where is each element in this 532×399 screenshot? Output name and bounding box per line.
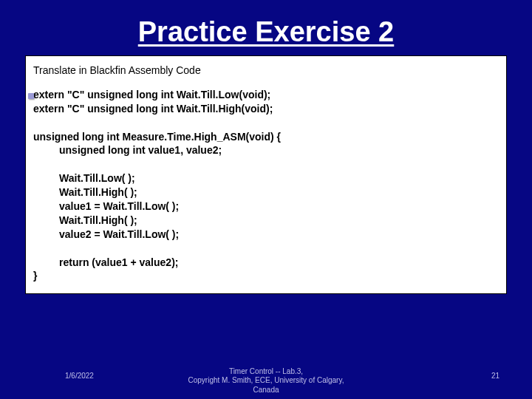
footer: 1/6/2022 Timer Control -- Lab.3, Copyrig… [0,367,532,395]
instruction-text: Translate in Blackfin Assembly Code [33,64,499,78]
bullet-icon [28,93,34,99]
footer-line1: Timer Control -- Lab.3, [229,367,303,375]
content-box: Translate in Blackfin Assembly Code exte… [25,55,507,294]
footer-date: 1/6/2022 [65,372,94,380]
footer-line3: Canada [253,386,279,394]
footer-line2: Copyright M. Smith, ECE, University of C… [188,376,344,384]
footer-page-number: 21 [491,372,499,380]
code-block: extern "C" unsigned long int Wait.Till.L… [33,88,499,283]
slide-title: Practice Exercise 2 [0,0,532,55]
